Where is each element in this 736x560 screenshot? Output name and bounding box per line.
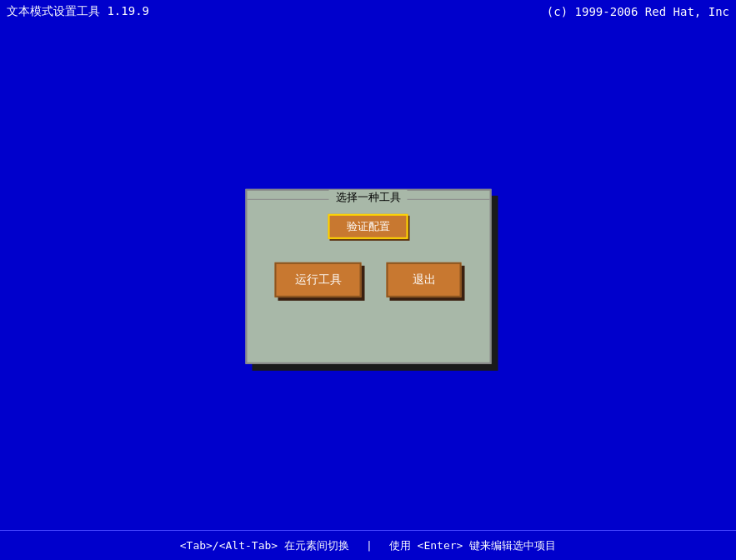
separator: | [366,539,373,552]
run-tool-label: 运行工具 [295,272,342,286]
dialog-content: 验证配置 运行工具 退出 [247,191,489,311]
quit-button[interactable]: 退出 [387,262,462,298]
auth-config-item[interactable]: 验证配置 [328,214,408,239]
auth-config-label: 验证配置 [347,220,390,232]
dialog-title: 选择一种工具 [329,190,408,205]
hint-left: <Tab>/<Alt-Tab> 在元素间切换 [180,538,349,553]
dialog-title-text: 选择一种工具 [336,190,401,205]
run-tool-button[interactable]: 运行工具 [275,262,362,298]
top-bar: 文本模式设置工具 1.19.9 (c) 1999-2006 Red Hat, I… [0,0,736,23]
hint-right: 使用 <Enter> 键来编辑选中项目 [389,538,556,553]
quit-label: 退出 [413,272,436,286]
copyright: (c) 1999-2006 Red Hat, Inc [547,5,729,18]
dialog-container: 选择一种工具 验证配置 运行工具 退出 [245,189,491,364]
dialog: 选择一种工具 验证配置 运行工具 退出 [245,189,491,364]
buttons-row: 运行工具 退出 [275,262,462,298]
app-title: 文本模式设置工具 1.19.9 [7,4,149,19]
bottom-bar: <Tab>/<Alt-Tab> 在元素间切换 | 使用 <Enter> 键来编辑… [0,530,736,560]
